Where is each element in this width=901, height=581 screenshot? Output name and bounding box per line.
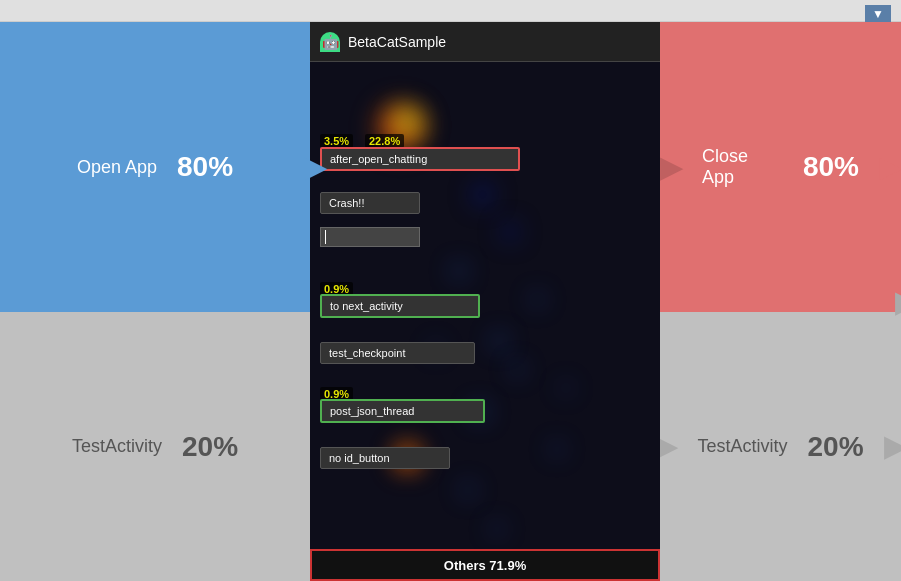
others-label: Others 71.9% [444,558,526,573]
close-app-arrow-left: ▶ [660,151,682,184]
after-open-chatting-button[interactable]: after_open_chatting [320,147,520,171]
open-app-block: Open App 80% ▶ [0,22,310,312]
text-input[interactable] [320,227,420,247]
test-activity-right-percent: 20% [808,431,864,463]
open-app-arrow: ▶ [304,151,326,184]
test-activity-left-percent: 20% [182,431,238,463]
close-app-block: ▶ Close App 80% ▶ [660,22,901,312]
close-app-arrow-right: ▶ [879,151,901,184]
test-activity-right-label: TestActivity [697,436,787,457]
main-content: Open App 80% ▶ TestActivity 20% ▶ 🤖 Beta… [0,22,901,581]
phone-ui-overlay: 3.5% 22.8% after_open_chatting Crash!! 0… [310,62,660,581]
app-title: BetaCatSample [348,34,446,50]
test-activity-left-arrow: ▶ [895,285,901,318]
phone-screen: 🤖 BetaCatSample [310,22,660,581]
no-id-button[interactable]: no id_button [320,447,450,469]
test-activity-left-block: TestActivity 20% ▶ [0,312,310,581]
android-icon: 🤖 [320,32,340,52]
post-json-thread-button[interactable]: post_json_thread [320,399,485,423]
close-app-label: Close App [702,146,783,188]
test-activity-right-block: ▶ TestActivity 20% ▶ [660,312,901,581]
percent-badge-2: 22.8% [365,134,404,148]
text-cursor [325,230,326,244]
open-app-label: Open App [77,157,157,178]
to-next-activity-button[interactable]: to next_activity [320,294,480,318]
percent-badge-1: 3.5% [320,134,353,148]
right-column: ▶ Close App 80% ▶ ▶ TestActivity 20% ▶ [660,22,901,581]
crash-button[interactable]: Crash!! [320,192,420,214]
dropdown-button[interactable]: ▼ [865,5,891,23]
test-activity-right-arrow-right: ▶ [884,430,901,463]
test-activity-left-label: TestActivity [72,436,162,457]
others-bar: Others 71.9% [310,549,660,581]
close-app-percent: 80% [803,151,859,183]
top-bar: ▼ [0,0,901,22]
open-app-percent: 80% [177,151,233,183]
left-column: Open App 80% ▶ TestActivity 20% ▶ [0,22,310,581]
phone-header: 🤖 BetaCatSample [310,22,660,62]
test-checkpoint-button[interactable]: test_checkpoint [320,342,475,364]
chevron-down-icon: ▼ [872,7,884,21]
